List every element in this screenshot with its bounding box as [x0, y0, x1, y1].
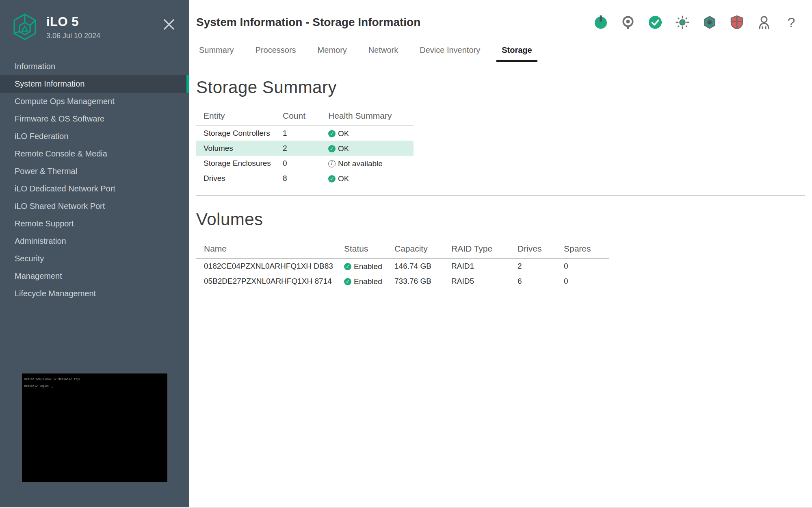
- count-cell: 1: [283, 126, 328, 141]
- console-line: debian12 login: _: [24, 383, 165, 390]
- volume-status-cell: Enabled: [344, 258, 394, 274]
- health-status-text: OK: [338, 174, 349, 183]
- sidebar-nav-item[interactable]: Lifecycle Management: [0, 285, 189, 302]
- volume-status-icon: [344, 278, 351, 285]
- volume-status-text: Enabled: [354, 262, 382, 271]
- remote-console-thumbnail[interactable]: Debian GNU/Linux 12 debian12 tty1 debian…: [22, 373, 167, 482]
- count-cell: 8: [283, 171, 328, 186]
- storage-summary-table: Entity Count Health Summary Storage Cont…: [196, 106, 414, 186]
- power-icon[interactable]: [594, 15, 608, 29]
- sidebar-nav-item[interactable]: Compute Ops Management: [0, 93, 189, 110]
- firmware-version: 3.06 Jul 10 2024: [46, 32, 100, 40]
- volumes-table: Name Status Capacity RAID Type Drives Sp…: [196, 239, 609, 289]
- health-cell: OK: [328, 171, 414, 186]
- entity-cell: Storage Controllers: [196, 126, 283, 141]
- health-status-icon: [328, 130, 336, 137]
- summary-row[interactable]: Drives 8 OK: [196, 171, 414, 186]
- brand-header: iLO 5 3.06 Jul 10 2024: [0, 0, 189, 41]
- column-header-count: Count: [283, 106, 328, 126]
- sidebar-nav-item[interactable]: Management: [0, 267, 189, 285]
- storage-page: Storage Summary Entity Count Health Summ…: [189, 78, 812, 289]
- sidebar-nav-item[interactable]: iLO Dedicated Network Port: [0, 180, 189, 198]
- count-cell: 2: [283, 141, 328, 156]
- column-header-spares: Spares: [564, 239, 609, 258]
- entity-cell: Drives: [196, 171, 283, 186]
- health-cell: OK: [328, 126, 414, 141]
- ilo-logo-icon: [12, 13, 37, 41]
- health-cell: Not available: [328, 156, 414, 171]
- main-content: System Information - Storage Information: [189, 0, 812, 508]
- sidebar-nav-item[interactable]: Remote Console & Media: [0, 145, 189, 163]
- tab[interactable]: Device Inventory: [420, 41, 480, 62]
- volume-status-cell: Enabled: [344, 274, 394, 289]
- sidebar-nav-item[interactable]: Firmware & OS Software: [0, 110, 189, 128]
- volume-status-icon: [344, 263, 351, 270]
- health-status-icon: [328, 160, 336, 167]
- health-ok-icon[interactable]: [648, 15, 662, 29]
- volume-name-cell: 05B2DE27PZXNL0ARHFQ1XH 8714: [196, 274, 344, 289]
- volume-raid-cell: RAID1: [451, 258, 518, 274]
- sidebar-nav-item[interactable]: iLO Federation: [0, 128, 189, 145]
- volume-status-text: Enabled: [354, 277, 382, 286]
- column-header-capacity: Capacity: [394, 239, 451, 258]
- health-status-text: Not available: [338, 159, 383, 168]
- tab[interactable]: Summary: [199, 41, 234, 62]
- tab[interactable]: Memory: [318, 41, 347, 62]
- sidebar-nav-item[interactable]: Power & Thermal: [0, 163, 189, 180]
- volume-spares-cell: 0: [564, 258, 609, 274]
- brightness-icon[interactable]: [676, 15, 689, 29]
- help-icon[interactable]: ?: [784, 15, 798, 29]
- sidebar-nav-item[interactable]: System Information: [0, 75, 189, 93]
- system-info-tabs: Summary Processors Memory Network Device…: [189, 41, 812, 62]
- health-status-text: OK: [338, 129, 349, 138]
- summary-row[interactable]: Volumes 2 OK: [196, 141, 414, 156]
- sidebar: iLO 5 3.06 Jul 10 2024 Information Syste…: [0, 0, 189, 508]
- column-header-health: Health Summary: [328, 106, 414, 126]
- user-icon[interactable]: [757, 15, 771, 29]
- volumes-heading: Volumes: [196, 210, 805, 229]
- column-header-name: Name: [196, 239, 344, 258]
- health-status-icon: [328, 145, 336, 152]
- summary-row[interactable]: Storage Controllers 1 OK: [196, 126, 414, 141]
- tab[interactable]: Processors: [256, 41, 296, 62]
- count-cell: 0: [283, 156, 328, 171]
- health-cell: OK: [328, 141, 414, 156]
- uid-icon[interactable]: [621, 15, 635, 29]
- close-sidebar-icon[interactable]: [161, 16, 177, 33]
- sidebar-nav-item[interactable]: Administration: [0, 232, 189, 250]
- status-icon-bar: ?: [594, 15, 798, 29]
- column-header-entity: Entity: [196, 106, 283, 126]
- sidebar-nav-item[interactable]: Remote Support: [0, 215, 189, 232]
- volumes-header-row: Name Status Capacity RAID Type Drives Sp…: [196, 239, 609, 258]
- summary-row[interactable]: Storage Enclosures 0 Not available: [196, 156, 414, 171]
- firmware-hexagon-icon[interactable]: [703, 15, 717, 29]
- volume-drives-cell: 6: [518, 274, 564, 289]
- page-title: System Information - Storage Information: [196, 16, 420, 29]
- volume-spares-cell: 0: [564, 274, 609, 289]
- ilo-app-window: iLO 5 3.06 Jul 10 2024 Information Syste…: [0, 0, 812, 508]
- sidebar-nav: Information System Information Compute O…: [0, 58, 189, 302]
- summary-header-row: Entity Count Health Summary: [196, 106, 414, 126]
- topbar: System Information - Storage Information: [189, 0, 812, 29]
- volume-drives-cell: 2: [518, 258, 564, 274]
- column-header-drives: Drives: [518, 239, 564, 258]
- health-status-text: OK: [338, 144, 349, 153]
- column-header-raid-type: RAID Type: [451, 239, 518, 258]
- column-header-status: Status: [344, 239, 394, 258]
- app-title: iLO 5: [46, 15, 100, 29]
- health-status-icon: [328, 175, 336, 182]
- entity-cell: Volumes: [196, 141, 283, 156]
- security-shield-icon[interactable]: [730, 15, 744, 29]
- brand-text: iLO 5 3.06 Jul 10 2024: [46, 12, 100, 40]
- sidebar-nav-item[interactable]: Information: [0, 58, 189, 75]
- sidebar-nav-item[interactable]: iLO Shared Network Port: [0, 198, 189, 215]
- volume-row[interactable]: 0182CE04PZXNL0ARHFQ1XH DB83 Enabled 146.…: [196, 258, 609, 274]
- volume-raid-cell: RAID5: [451, 274, 518, 289]
- volume-name-cell: 0182CE04PZXNL0ARHFQ1XH DB83: [196, 258, 344, 274]
- sidebar-nav-item[interactable]: Security: [0, 250, 189, 267]
- console-line: Debian GNU/Linux 12 debian12 tty1: [24, 376, 165, 383]
- tab[interactable]: Storage: [502, 41, 532, 62]
- tab[interactable]: Network: [368, 41, 398, 62]
- volume-row[interactable]: 05B2DE27PZXNL0ARHFQ1XH 8714 Enabled 733.…: [196, 274, 609, 289]
- entity-cell: Storage Enclosures: [196, 156, 283, 171]
